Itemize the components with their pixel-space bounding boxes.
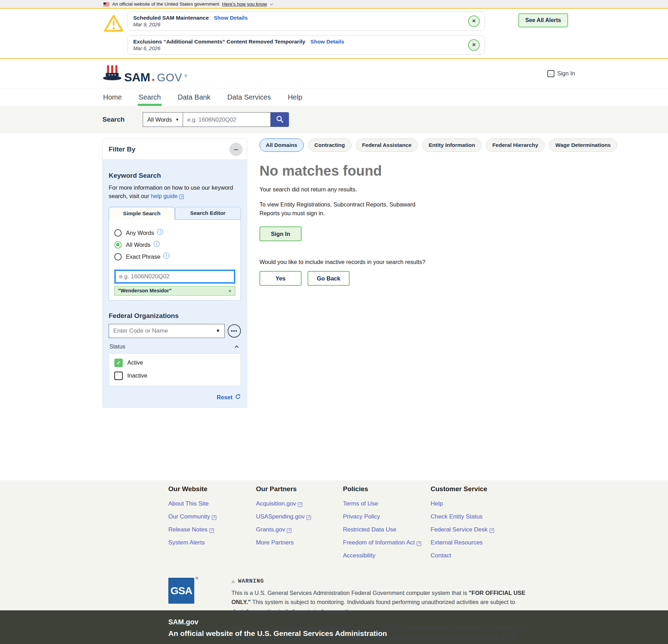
chevron-up-icon[interactable]: [235, 345, 238, 349]
search-mode-select[interactable]: All Words ▼: [143, 112, 183, 127]
combo-caret-icon: ▼: [216, 328, 220, 333]
keyword-input[interactable]: [114, 270, 235, 284]
checkbox-active[interactable]: ✓ Active: [114, 359, 235, 367]
how-you-know-link[interactable]: Here’s how you know: [222, 1, 267, 7]
footer-link[interactable]: Our Community: [168, 513, 252, 520]
reset-filters-link[interactable]: Reset: [217, 394, 232, 401]
alert-date: Mar 9, 2026: [133, 22, 463, 27]
footer-heading: Our Partners: [256, 485, 339, 493]
alert-list: Scheduled SAM Maintenance Show Details M…: [127, 12, 485, 55]
filter-by-title: Filter By: [109, 145, 135, 153]
footer-link[interactable]: Check Entity Status: [431, 513, 515, 520]
search-band: Search All Words ▼: [0, 106, 668, 133]
chevron-down-icon: [270, 2, 273, 5]
info-icon[interactable]: i: [154, 241, 160, 247]
nav-item-search[interactable]: Search: [138, 89, 161, 106]
radio-selected-icon[interactable]: [114, 241, 122, 249]
filter-panel: Filter By – Keyword Search For more info…: [102, 138, 247, 408]
nav-item-help[interactable]: Help: [287, 89, 303, 106]
reset-icon[interactable]: [235, 394, 241, 401]
warning-paragraph-1: This is a U.S. General Services Administ…: [231, 588, 526, 616]
external-link-icon: [417, 541, 421, 546]
pill-contracting[interactable]: Contracting: [308, 138, 351, 152]
sign-in-label: Sign In: [557, 70, 575, 77]
footer-link[interactable]: Terms of Use: [343, 500, 427, 507]
federal-org-combobox[interactable]: Enter Code or Name ▼: [109, 324, 225, 338]
gsa-registered-mark: ®: [196, 576, 198, 580]
sam-gov-logo[interactable]: ★ ★ ★ SAM ★ GOV ®: [102, 65, 187, 83]
uncle-sam-hat-icon: ★ ★ ★: [102, 65, 122, 83]
footer-link[interactable]: About This Site: [168, 500, 252, 507]
radio-exact-phrase[interactable]: Exact Phrase i: [114, 253, 235, 261]
pill-all-domains[interactable]: All Domains: [259, 138, 304, 152]
footer-link[interactable]: Help: [431, 500, 515, 507]
warning-icon: ⚠: [231, 578, 235, 585]
alert-show-details-link[interactable]: Show Details: [214, 15, 248, 21]
pill-federal-assistance[interactable]: Federal Assistance: [356, 138, 418, 152]
footer-link[interactable]: Restricted Data Use: [343, 526, 427, 533]
close-icon[interactable]: ×: [468, 15, 480, 27]
info-icon[interactable]: i: [157, 229, 163, 235]
footer-link[interactable]: Contact: [431, 552, 515, 559]
nav-item-home[interactable]: Home: [102, 89, 122, 106]
checkbox-checked-icon[interactable]: ✓: [114, 359, 123, 367]
logo-star-icon: ★: [151, 77, 155, 82]
footer-link[interactable]: More Partners: [256, 539, 339, 546]
nav-item-data-bank[interactable]: Data Bank: [177, 89, 211, 106]
footer-link[interactable]: System Alerts: [168, 539, 252, 546]
footer-link[interactable]: Grants.gov: [256, 526, 339, 533]
tab-search-editor[interactable]: Search Editor: [175, 207, 241, 220]
pill-entity-information[interactable]: Entity Information: [422, 138, 481, 152]
alerts-band: Scheduled SAM Maintenance Show Details M…: [0, 9, 668, 58]
filter-panel-header: Filter By –: [103, 139, 247, 160]
tab-simple-search[interactable]: Simple Search: [109, 207, 175, 220]
footer-link[interactable]: Privacy Policy: [343, 513, 427, 520]
footer-link[interactable]: Federal Service Desk: [431, 526, 515, 533]
status-heading: Status: [109, 344, 125, 350]
alert-show-details-link[interactable]: Show Details: [310, 39, 344, 45]
pill-wage-determinations[interactable]: Wage Determinations: [549, 138, 617, 152]
footer-link[interactable]: Acquisition.gov: [256, 500, 339, 507]
main-nav: Home Search Data Bank Data Services Help: [0, 88, 668, 106]
logo-registered-mark: ®: [184, 74, 187, 78]
collapse-filters-button[interactable]: –: [229, 143, 243, 156]
keyword-tag: "Wenderson Mesidor" ×: [114, 286, 235, 296]
radio-circle-icon[interactable]: [114, 253, 122, 260]
federal-org-more-button[interactable]: •••: [228, 324, 241, 338]
info-icon[interactable]: i: [163, 253, 169, 259]
pill-federal-hierarchy[interactable]: Federal Hierarchy: [486, 138, 545, 152]
logo-text-sam: SAM: [124, 72, 150, 83]
close-icon[interactable]: ×: [468, 39, 480, 51]
global-search-input[interactable]: [183, 112, 271, 127]
site-header: ★ ★ ★ SAM ★ GOV ® ← Sign In: [0, 59, 668, 88]
nav-item-data-services[interactable]: Data Services: [227, 89, 272, 106]
remove-tag-icon[interactable]: ×: [228, 288, 231, 294]
magnifier-icon: [276, 115, 284, 124]
checkbox-unchecked-icon[interactable]: [114, 372, 123, 380]
content-area: Filter By – Keyword Search For more info…: [0, 133, 668, 480]
footer-heading: Customer Service: [431, 485, 515, 493]
checkbox-inactive[interactable]: Inactive: [114, 372, 235, 380]
footer-link[interactable]: External Resources: [431, 539, 515, 546]
see-all-alerts-button[interactable]: See All Alerts: [518, 13, 568, 27]
footer-link[interactable]: Accessibility: [343, 552, 427, 559]
radio-all-words[interactable]: All Words i: [114, 241, 235, 249]
external-link-icon: [209, 528, 214, 533]
alert-card: Exclusions “Additional Comments” Content…: [127, 35, 485, 55]
no-matches-heading: No matches found: [259, 163, 554, 179]
footer-link[interactable]: USASpending.gov: [256, 513, 339, 520]
radio-circle-icon[interactable]: [114, 229, 122, 237]
header-sign-in[interactable]: ← Sign In: [547, 70, 575, 77]
yes-button[interactable]: Yes: [259, 271, 302, 286]
help-guide-link[interactable]: help guide: [151, 193, 184, 199]
keyword-search-heading: Keyword Search: [109, 172, 241, 179]
radio-any-words[interactable]: Any Words i: [114, 229, 235, 237]
footer-link[interactable]: Freedom of Information Act: [343, 539, 427, 546]
gov-banner-text: An official website of the United States…: [112, 1, 219, 7]
search-submit-button[interactable]: [271, 112, 289, 127]
federal-organizations-heading: Federal Organizations: [109, 312, 241, 320]
sign-in-hint-text: To view Entity Registrations, Subcontrac…: [259, 200, 437, 218]
footer-link[interactable]: Release Notes: [168, 526, 252, 533]
sign-in-button[interactable]: Sign In: [259, 226, 302, 241]
go-back-button[interactable]: Go Back: [308, 271, 350, 286]
